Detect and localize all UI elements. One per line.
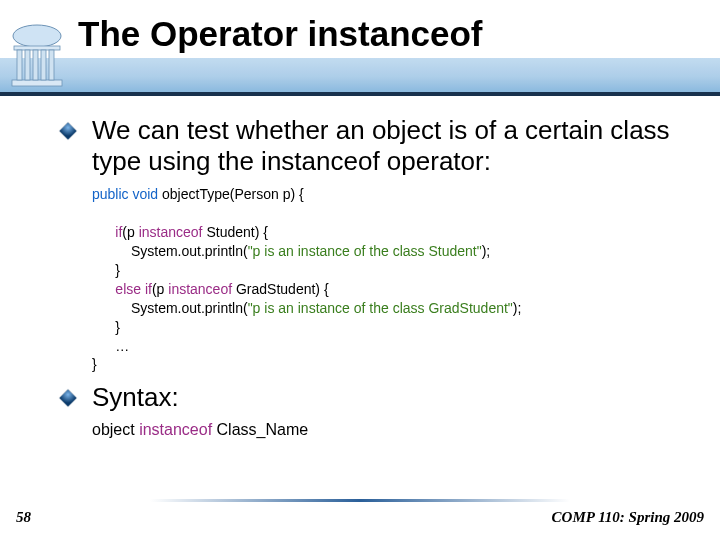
code-string: "p is an instance of the class Student" [248, 243, 482, 259]
svg-rect-2 [12, 80, 62, 86]
slide-body: We can test whether an object is of a ce… [60, 115, 680, 439]
code-string: "p is an instance of the class GradStude… [248, 300, 513, 316]
svg-rect-7 [49, 50, 54, 80]
code-text: ); [513, 300, 522, 316]
page-number: 58 [16, 509, 31, 526]
bullet-icon [60, 123, 77, 140]
slide-footer: 58 COMP 110: Spring 2009 [0, 500, 720, 530]
svg-rect-1 [14, 46, 60, 50]
slide-header: The Operator instanceof [0, 0, 720, 100]
code-text: GradStudent) { [232, 281, 329, 297]
svg-rect-5 [33, 50, 38, 80]
code-text: } [115, 319, 120, 335]
code-text: System.out.println( [131, 300, 248, 316]
code-text: … [115, 338, 129, 354]
code-text: } [92, 356, 97, 372]
footer-divider [150, 499, 570, 502]
code-keyword: instanceof [139, 224, 203, 240]
syntax-text: object [92, 421, 139, 438]
svg-rect-6 [41, 50, 46, 80]
svg-rect-4 [25, 50, 30, 80]
code-keyword: instanceof [168, 281, 232, 297]
bullet-text: We can test whether an object is of a ce… [92, 115, 680, 177]
slide: The Operator instanceof We can test whet… [0, 0, 720, 540]
syntax-text: Class_Name [212, 421, 308, 438]
code-keyword: else if [115, 281, 152, 297]
bullet-text: Syntax: [92, 382, 680, 413]
course-label: COMP 110: Spring 2009 [552, 509, 704, 526]
code-text: objectType(Person p) { [162, 186, 304, 202]
syntax-line: object instanceof Class_Name [92, 421, 680, 439]
code-text: Student) { [203, 224, 268, 240]
code-block: public void objectType(Person p) { if(p … [92, 185, 680, 374]
bullet-item: We can test whether an object is of a ce… [60, 115, 680, 177]
svg-rect-3 [17, 50, 22, 80]
slide-title: The Operator instanceof [78, 14, 483, 54]
bullet-icon [60, 390, 77, 407]
code-text: ); [482, 243, 491, 259]
code-text: System.out.println( [131, 243, 248, 259]
code-keyword: public void [92, 186, 162, 202]
code-text: } [115, 262, 120, 278]
syntax-keyword: instanceof [139, 421, 212, 438]
header-band [0, 58, 720, 96]
svg-point-0 [13, 25, 61, 47]
code-text: (p [152, 281, 168, 297]
code-text: (p [122, 224, 138, 240]
bullet-item: Syntax: [60, 382, 680, 413]
university-logo-icon [8, 22, 66, 90]
